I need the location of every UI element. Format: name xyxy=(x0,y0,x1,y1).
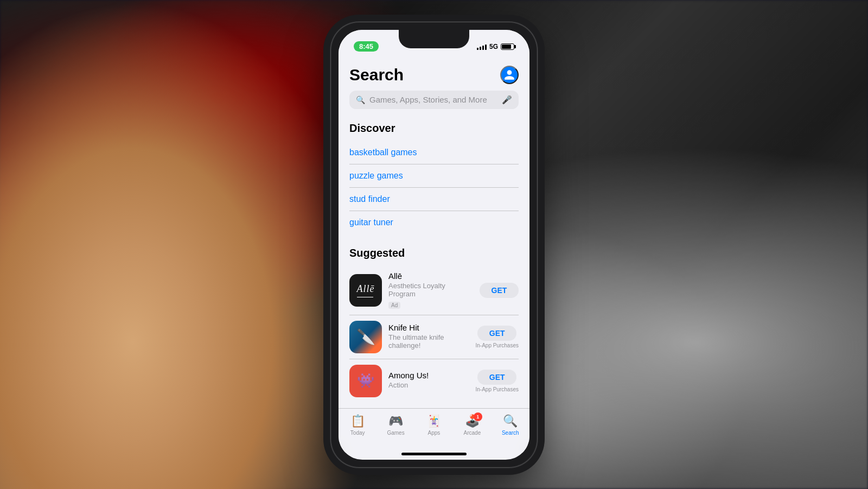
nav-item-today[interactable]: 📋 Today xyxy=(344,414,371,436)
ad-badge: Ad xyxy=(388,302,400,309)
signal-bars xyxy=(477,43,487,50)
among-us-app-name: Among Us! xyxy=(388,371,469,380)
discover-item-basketball[interactable]: basketball games xyxy=(349,141,519,164)
search-nav-icon: 🔍 xyxy=(503,414,518,428)
apps-nav-icon: 🃏 xyxy=(426,414,441,428)
alle-app-icon: Allē xyxy=(349,274,382,307)
network-type: 5G xyxy=(489,43,498,50)
alle-get-wrapper: GET xyxy=(480,283,519,298)
search-placeholder: Games, Apps, Stories, and More xyxy=(369,95,497,104)
discover-item-puzzle[interactable]: puzzle games xyxy=(349,164,519,188)
today-nav-label: Today xyxy=(350,430,365,436)
knife-hit-get-wrapper: GET In-App Purchases xyxy=(476,326,519,348)
signal-bar-1 xyxy=(477,48,478,50)
knife-hit-app-subtitle: The ultimate knife challenge! xyxy=(388,333,469,350)
nav-item-search[interactable]: 🔍 Search xyxy=(497,414,524,436)
suggested-section-title: Suggested xyxy=(349,247,519,259)
knife-hit-app-icon: 🔪 xyxy=(349,321,382,353)
among-us-app-subtitle: Action xyxy=(388,381,469,389)
games-nav-icon: 🎮 xyxy=(388,414,403,428)
nav-item-apps[interactable]: 🃏 Apps xyxy=(420,414,448,436)
discover-section-title: Discover xyxy=(349,122,519,135)
battery-icon xyxy=(501,43,514,50)
list-item: 👾 Among Us! Action GET In-App Purchases xyxy=(349,359,519,403)
signal-bar-2 xyxy=(480,47,481,50)
games-nav-label: Games xyxy=(387,430,404,436)
apps-nav-label: Apps xyxy=(428,430,441,436)
knife-hit-app-name: Knife Hit xyxy=(388,323,469,332)
person-icon xyxy=(503,69,515,81)
among-us-get-button[interactable]: GET xyxy=(477,370,516,385)
knife-hit-app-info: Knife Hit The ultimate knife challenge! xyxy=(388,323,469,351)
hand-silhouette xyxy=(0,0,380,489)
among-us-iap: In-App Purchases xyxy=(476,386,519,392)
suggested-section: Suggested Allē Allē xyxy=(349,247,519,403)
phone-screen: 8:45 5G xyxy=(339,30,529,460)
app-list: Allē Allē Aesthetics Loyalty Program Ad xyxy=(349,266,519,403)
nav-item-games[interactable]: 🎮 Games xyxy=(382,414,410,436)
today-nav-icon: 📋 xyxy=(350,414,365,428)
page-header: Search xyxy=(349,57,519,91)
page-title: Search xyxy=(349,66,404,84)
list-item: Allē Allē Aesthetics Loyalty Program Ad xyxy=(349,266,519,315)
search-bar[interactable]: 🔍 Games, Apps, Stories, and More 🎤 xyxy=(349,91,519,109)
discover-item-stud[interactable]: stud finder xyxy=(349,188,519,211)
among-us-app-info: Among Us! Action xyxy=(388,371,469,391)
battery-tip xyxy=(514,45,516,48)
among-us-get-wrapper: GET In-App Purchases xyxy=(476,370,519,392)
phone-device: 8:45 5G xyxy=(331,22,537,467)
signal-bar-4 xyxy=(485,45,487,50)
among-us-app-icon: 👾 xyxy=(349,365,382,397)
status-icons: 5G xyxy=(477,43,514,50)
alle-app-info: Allē Aesthetics Loyalty Program Ad xyxy=(388,271,473,309)
arcade-badge-container: 🕹️ 1 xyxy=(465,414,480,428)
bottom-navigation: 📋 Today 🎮 Games 🃏 Apps 🕹️ 1 Arcad xyxy=(339,408,529,453)
discover-section: Discover basketball games puzzle games s… xyxy=(349,122,519,234)
alle-app-subtitle: Aesthetics Loyalty Program xyxy=(388,282,473,298)
arcade-nav-label: Arcade xyxy=(464,430,481,436)
alle-app-name: Allē xyxy=(388,271,473,281)
discover-list: basketball games puzzle games stud finde… xyxy=(349,141,519,234)
microphone-icon: 🎤 xyxy=(502,95,512,105)
phone-notch xyxy=(399,30,469,48)
status-time: 8:45 xyxy=(354,41,379,52)
app-store-content: Search 🔍 Games, Apps, Stories, and More … xyxy=(339,57,529,408)
search-nav-label: Search xyxy=(502,430,519,436)
nav-item-arcade[interactable]: 🕹️ 1 Arcade xyxy=(458,414,486,436)
knife-hit-get-button[interactable]: GET xyxy=(477,326,516,341)
knife-hit-iap: In-App Purchases xyxy=(476,342,519,348)
home-indicator xyxy=(401,453,467,455)
discover-item-guitar[interactable]: guitar tuner xyxy=(349,211,519,234)
list-item: 🔪 Knife Hit The ultimate knife challenge… xyxy=(349,315,519,359)
search-icon: 🔍 xyxy=(356,96,365,104)
alle-get-button[interactable]: GET xyxy=(480,283,519,298)
account-avatar-button[interactable] xyxy=(500,66,519,84)
battery-fill xyxy=(502,45,511,49)
arcade-badge: 1 xyxy=(474,412,482,421)
signal-bar-3 xyxy=(482,46,484,50)
